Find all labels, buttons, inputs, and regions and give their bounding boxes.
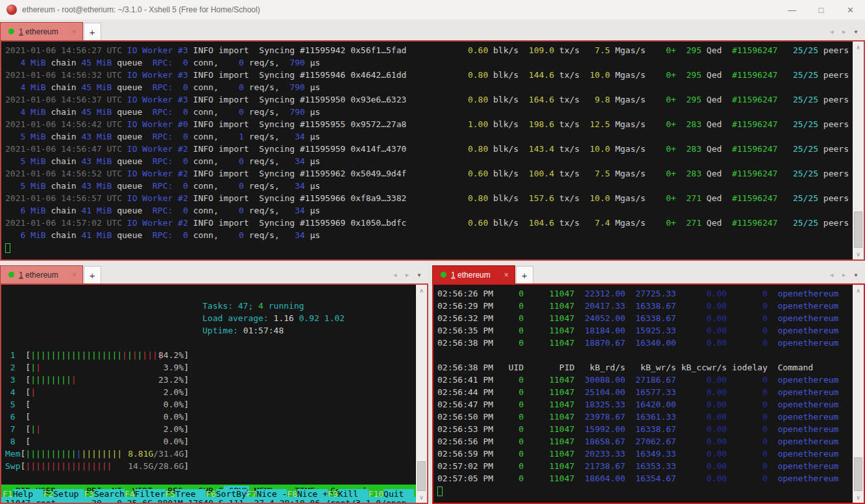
app-icon: [6, 5, 17, 15]
log-left: 2021-01-06 14:57:02 UTC IO Worker #2 INF…: [5, 217, 406, 229]
tab-ethereum-bottom-left[interactable]: 1 ethereum ×: [0, 265, 83, 283]
tab-ethereum-top[interactable]: 1 ethereum ×: [0, 22, 83, 40]
scroll-down-icon[interactable]: ∨: [416, 492, 427, 503]
bottom-right-tabstrip: 1 ethereum × + ◄ ► ▼: [432, 263, 865, 283]
cpu-bar: 0.0%: [30, 411, 184, 423]
pidstat-row: 02:56:56 PM 0 11047 18658.67 27062.67 0.…: [437, 435, 853, 448]
new-tab-button[interactable]: +: [516, 266, 533, 283]
tab-status-icon: [441, 272, 446, 278]
tab-scroll-left-icon[interactable]: ◄: [392, 272, 398, 278]
scroll-up-icon[interactable]: ∧: [853, 42, 864, 53]
close-window-icon[interactable]: ✕: [836, 0, 865, 19]
cursor-line: [437, 485, 853, 497]
tab-scroll-right-icon[interactable]: ►: [841, 272, 847, 278]
fkey-f9[interactable]: F9Kill: [328, 489, 369, 499]
log-line: 2021-01-06 14:56:32 UTC IO Worker #3 INF…: [5, 69, 853, 81]
new-tab-button[interactable]: +: [84, 23, 101, 40]
rpc-line: 6 MiB chain 41 MiB queue RPC: 0 conn, 0 …: [5, 229, 853, 241]
log-left: 2021-01-06 14:56:32 UTC IO Worker #3 INF…: [5, 69, 406, 81]
scroll-up-icon[interactable]: ∧: [416, 285, 427, 296]
cpu-meter-5: 5 [0.0%]: [5, 398, 416, 411]
bottom-right-scrollbar[interactable]: ∧ ∨: [853, 285, 864, 503]
log-line: 2021-01-06 14:56:57 UTC IO Worker #2 INF…: [5, 192, 853, 204]
log-left: 2021-01-06 14:56:27 UTC IO Worker #3 INF…: [5, 44, 406, 56]
tab-close-icon[interactable]: ×: [63, 270, 77, 280]
log-line: 2021-01-06 14:56:47 UTC IO Worker #2 INF…: [5, 143, 853, 155]
sync-log: 2021-01-06 14:56:27 UTC IO Worker #3 INF…: [1, 42, 853, 259]
fkey-f4[interactable]: F4Filter: [125, 489, 165, 499]
fkey-f5[interactable]: F5Tree: [165, 489, 206, 499]
fkey-f7[interactable]: F7Nice -: [247, 489, 287, 499]
log-line: 2021-01-06 14:57:02 UTC IO Worker #2 INF…: [5, 217, 853, 229]
log-left: 2021-01-06 14:56:37 UTC IO Worker #3 INF…: [5, 93, 406, 106]
log-left: 2021-01-06 14:56:47 UTC IO Worker #2 INF…: [5, 143, 406, 155]
scroll-down-icon[interactable]: ∨: [853, 492, 864, 503]
top-terminal-pane[interactable]: 2021-01-06 14:56:27 UTC IO Worker #3 INF…: [0, 40, 865, 261]
pidstat-row: 02:56:47 PM 0 11047 18325.33 16420.00 0.…: [437, 398, 853, 411]
htop-terminal-pane[interactable]: Tasks: 47; 4 runningLoad average: 1.16 0…: [0, 283, 428, 504]
pidstat-row: 02:56:38 PM 0 11047 18870.67 16340.00 0.…: [437, 337, 853, 349]
log-stats: 0.60 blk/s 100.4 tx/s 7.5 Mgas/s 0+ 283 …: [468, 167, 849, 180]
cpu-meter-3: 3 [|||||||||23.2%]: [5, 374, 416, 386]
tab-menu-icon[interactable]: ▼: [853, 29, 859, 35]
scrollbar-thumb[interactable]: [417, 461, 426, 491]
scrollbar-thumb[interactable]: [854, 211, 862, 248]
pidstat-row: 02:56:32 PM 0 11047 24052.00 16338.67 0.…: [437, 312, 853, 324]
fkey-f6[interactable]: F6SortBy: [206, 489, 247, 499]
rpc-line: 5 MiB chain 43 MiB queue RPC: 0 conn, 0 …: [5, 180, 853, 192]
log-line: 2021-01-06 14:56:37 UTC IO Worker #3 INF…: [5, 93, 853, 106]
tab-scroll-right-icon[interactable]: ►: [841, 29, 847, 35]
tab-menu-icon[interactable]: ▼: [853, 272, 859, 278]
log-line: 2021-01-06 14:56:27 UTC IO Worker #3 INF…: [5, 44, 853, 56]
pidstat-terminal-pane[interactable]: 02:56:26 PM 0 11047 22312.00 27725.33 0.…: [432, 283, 865, 504]
mem-meter: Mem[|||||||||||||||||||8.81G/31.4G]: [5, 448, 416, 460]
fkey-f2[interactable]: F2Setup: [43, 489, 84, 499]
pidstat-row: 02:57:05 PM 0 11047 18604.00 16354.67 0.…: [437, 472, 853, 485]
cpu-bar: ||3.9%: [30, 361, 184, 374]
pidstat-row: 02:56:53 PM 0 11047 15992.00 16338.67 0.…: [437, 423, 853, 435]
pidstat-header: 02:56:38 PM UID PID kB_rd/s kB_wr/s kB_c…: [437, 361, 853, 374]
rpc-line: 4 MiB chain 45 MiB queue RPC: 0 conn, 0 …: [5, 56, 853, 69]
tab-menu-icon[interactable]: ▼: [417, 272, 422, 278]
fkey-f10[interactable]: F10Quit: [369, 489, 414, 499]
cpu-bar: |||||||||23.2%: [30, 374, 184, 386]
tab-close-icon[interactable]: ×: [495, 270, 509, 280]
htop-view: Tasks: 47; 4 runningLoad average: 1.16 0…: [1, 285, 416, 503]
pidstat-row: 02:56:41 PM 0 11047 30088.00 27186.67 0.…: [437, 374, 853, 386]
log-line: 2021-01-06 14:56:52 UTC IO Worker #2 INF…: [5, 167, 853, 180]
maximize-icon[interactable]: □: [807, 0, 836, 19]
tab-status-icon: [8, 29, 14, 34]
tab-scroll-right-icon[interactable]: ►: [404, 272, 410, 278]
top-scrollbar[interactable]: ∧ ∨: [853, 42, 864, 259]
log-line: 2021-01-06 14:56:42 UTC IO Worker #0 INF…: [5, 118, 853, 130]
log-stats: 0.80 blk/s 144.6 tx/s 10.0 Mgas/s 0+ 295…: [468, 69, 849, 81]
tab-status-icon: [8, 272, 14, 278]
fkey-f8[interactable]: F8Nice +: [287, 489, 328, 499]
htop-summary: Tasks: 47; 4 runningLoad average: 1.16 0…: [202, 300, 345, 337]
scroll-down-icon[interactable]: ∨: [853, 248, 864, 259]
pidstat-row: 02:56:35 PM 0 11047 18184.00 15925.33 0.…: [437, 324, 853, 337]
tab-close-icon[interactable]: ×: [63, 27, 77, 36]
swap-bar: |||||||||||||||||14.5G/28.6G: [25, 460, 184, 472]
fkey-f1[interactable]: F1Help: [3, 489, 43, 499]
scroll-up-icon[interactable]: ∧: [853, 285, 864, 296]
rpc-line: 5 MiB chain 43 MiB queue RPC: 0 conn, 0 …: [5, 155, 853, 167]
window-title: ethereum - root@etherium: ~/3.1.0 - Xshe…: [22, 5, 260, 14]
bottom-left-scrollbar[interactable]: ∧ ∨: [416, 285, 427, 503]
scrollbar-thumb[interactable]: [854, 457, 862, 491]
new-tab-button[interactable]: +: [84, 266, 101, 283]
cpu-bar: |2.0%: [30, 386, 184, 398]
fkey-f3[interactable]: F3Search: [84, 489, 125, 499]
tab-scroll-left-icon[interactable]: ◄: [829, 272, 835, 278]
pidstat-row: 02:56:50 PM 0 11047 23978.67 16361.33 0.…: [437, 411, 853, 423]
tab-ethereum-bottom-right[interactable]: 1 ethereum ×: [432, 265, 515, 283]
xshell-window: ethereum - root@etherium: ~/3.1.0 - Xshe…: [0, 0, 865, 504]
minimize-icon[interactable]: —: [777, 0, 807, 19]
log-left: 2021-01-06 14:56:52 UTC IO Worker #2 INF…: [5, 167, 406, 180]
cpu-meter-1: 1 [||||||||||||||||||||||||||84.2%]: [5, 349, 416, 361]
cpu-bar: ||2.0%: [30, 423, 184, 435]
cpu-meter-2: 2 [||3.9%]: [5, 361, 416, 374]
top-tabstrip: 1 ethereum × + ◄ ► ▼: [0, 19, 865, 40]
tab-scroll-left-icon[interactable]: ◄: [829, 29, 835, 35]
cpu-meter-4: 4 [|2.0%]: [5, 386, 416, 398]
